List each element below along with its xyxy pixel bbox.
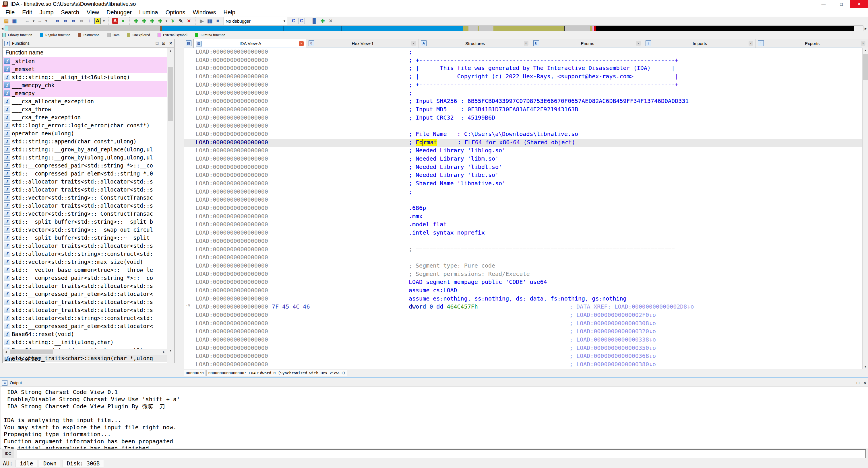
disassembly-line[interactable]: LOAD:0000000000000000; LOAD:000000000000…: [184, 336, 863, 344]
disassembly-line[interactable]: LOAD:0000000000000000;: [184, 188, 863, 196]
menu-search[interactable]: Search: [57, 9, 83, 16]
tab-exports[interactable]: ↑Exports✕: [756, 39, 868, 47]
disassembly-line[interactable]: LOAD:0000000000000000assume es:nothing, …: [184, 295, 863, 303]
disassembly-line[interactable]: LOAD:0000000000000000.686p: [184, 204, 863, 213]
function-row[interactable]: fBase64::reset(void): [3, 330, 167, 338]
function-row[interactable]: f_memcpy: [3, 89, 167, 97]
function-row[interactable]: fstd::allocator_traits<std::allocator<st…: [3, 298, 167, 306]
disassembly-line[interactable]: LOAD:0000000000000000; Input MD5 : 0F3B4…: [184, 106, 863, 114]
delete-function-button[interactable]: ✕: [185, 17, 193, 25]
output-close-icon[interactable]: ✕: [863, 380, 867, 385]
function-row[interactable]: fstd::logic_error::logic_error(char cons…: [3, 121, 167, 129]
debugger-combobox[interactable]: No debugger▼: [224, 17, 288, 25]
tab-close-icon[interactable]: ✕: [749, 41, 753, 45]
disassembly-line[interactable]: LOAD:0000000000000000; LOAD:000000000000…: [184, 320, 863, 328]
navband-segment[interactable]: [5, 26, 8, 31]
function-row[interactable]: fstd::vector<std::string>::__swap_out_ci…: [3, 226, 167, 234]
function-row[interactable]: fstd::allocator_traits<std::allocator<st…: [3, 177, 167, 186]
disassembly-line[interactable]: LOAD:0000000000000000; LOAD:000000000000…: [184, 361, 863, 369]
function-row[interactable]: fstd::allocator<std::string>::construct<…: [3, 250, 167, 258]
tab-structures[interactable]: AStructures✕: [418, 39, 531, 47]
disassembly-line[interactable]: LOAD:0000000000000000; LOAD:000000000000…: [184, 353, 863, 361]
create-function-button[interactable]: ✚: [132, 17, 140, 25]
disassembly-line[interactable]: LOAD:0000000000000000; Input SHA256 : 6B…: [184, 98, 863, 106]
disassembly-line[interactable]: LOAD:0000000000000000; Needed Library 'l…: [184, 147, 863, 155]
process-add-button[interactable]: ✚: [319, 17, 327, 25]
function-row[interactable]: fstd::string::append(char const*,ulong): [3, 137, 167, 145]
disassembly-line[interactable]: LOAD:0000000000000000.mmx: [184, 213, 863, 221]
function-row[interactable]: fstd::__split_buffer<std::string>::__spl…: [3, 218, 167, 226]
xref-comment[interactable]: ; LOAD:00000000000002F0↓o: [569, 311, 656, 318]
menu-lumina[interactable]: Lumina: [135, 9, 162, 16]
debugger-stop-button[interactable]: ■: [214, 17, 222, 25]
menu-windows[interactable]: Windows: [189, 9, 220, 16]
function-row[interactable]: fstd::string::__align_it<16ul>(ulong): [3, 73, 167, 81]
navband-segment[interactable]: [479, 26, 493, 31]
disassembly-line[interactable]: LOAD:0000000000000000; | Copyright (c) 2…: [184, 73, 863, 81]
create-segment-button[interactable]: ✚: [156, 17, 164, 25]
functions-horizontal-scrollbar[interactable]: ◀ ▶: [3, 349, 167, 355]
disassembly-line[interactable]: LOAD:0000000000000000; | This file was g…: [184, 65, 863, 73]
tab-close-icon[interactable]: ✕: [299, 41, 304, 46]
function-row[interactable]: fstd::string::__grow_by_and_replace(ulon…: [3, 145, 167, 154]
function-row[interactable]: fstd::allocator<std::string>::construct<…: [3, 314, 167, 322]
disassembly-line[interactable]: LOAD:0000000000000000; LOAD:000000000000…: [184, 328, 863, 336]
menu-debugger[interactable]: Debugger: [103, 9, 135, 16]
process-kill-button[interactable]: ✕: [327, 17, 334, 25]
close-button[interactable]: ✕: [850, 0, 868, 8]
function-row[interactable]: f___cxa_throw: [3, 105, 167, 113]
function-row[interactable]: fstd::vector<std::string>::_ConstructTra…: [3, 194, 167, 202]
function-row[interactable]: fstd::__compressed_pair_elem<std::alloca…: [3, 322, 167, 330]
function-row[interactable]: fstd::vector<std::string>::max_size(void…: [3, 258, 167, 266]
functions-close-icon[interactable]: ✕: [169, 41, 173, 46]
navband-segment[interactable]: [463, 26, 468, 31]
navband-left-arrow[interactable]: ◀: [0, 27, 5, 30]
function-row[interactable]: fstd::__compressed_pair_elem<std::string…: [3, 169, 167, 177]
navband-segment[interactable]: [594, 26, 596, 31]
function-row[interactable]: f_memset: [3, 65, 167, 73]
open-file-button[interactable]: ▤: [3, 17, 10, 25]
disassembly-line[interactable]: LOAD:0000000000000000LOAD segment mempag…: [184, 278, 863, 287]
disassembly-line[interactable]: LOAD:0000000000000000; Needed Library 'l…: [184, 163, 863, 172]
disassembly-line[interactable]: LOAD:0000000000000000; LOAD:000000000000…: [184, 344, 863, 353]
navband-right-arrow[interactable]: ▶: [863, 27, 868, 30]
create-struct-button[interactable]: ✚: [141, 17, 148, 25]
function-row[interactable]: fstd::allocator_traits<std::allocator<st…: [3, 282, 167, 290]
search-text-button[interactable]: ∞: [62, 17, 69, 25]
search-sequence-button[interactable]: ∞: [70, 17, 77, 25]
function-row[interactable]: fstd::__compressed_pair<std::string *>::…: [3, 162, 167, 169]
function-row[interactable]: fstd::allocator_traits<std::allocator<st…: [3, 306, 167, 314]
menu-help[interactable]: Help: [220, 9, 239, 16]
minimize-button[interactable]: —: [815, 0, 832, 8]
disassembly-vertical-scrollbar[interactable]: ▲ ▼: [862, 47, 868, 369]
tab-imports[interactable]: ↓Imports✕: [643, 39, 756, 47]
function-row[interactable]: fstd::allocator_traits<std::allocator<st…: [3, 242, 167, 250]
scroll-left-icon[interactable]: ◀: [3, 350, 9, 353]
function-row[interactable]: fstd::__compressed_pair<std::string *>::…: [3, 274, 167, 282]
menu-file[interactable]: File: [2, 9, 19, 16]
function-row[interactable]: fstd::allocator_traits<std::allocator<st…: [3, 186, 167, 194]
xref-comment[interactable]: ; LOAD:0000000000000350↓o: [569, 344, 656, 351]
navband-segment[interactable]: [493, 26, 564, 31]
scrollbar-thumb[interactable]: [168, 67, 173, 121]
navigate-forward-dropdown[interactable]: ▼: [44, 17, 48, 25]
lumina-button[interactable]: ●: [119, 17, 127, 25]
tab-close-icon[interactable]: ✕: [411, 41, 416, 45]
detach-process-button[interactable]: C: [298, 17, 305, 25]
disassembly-line[interactable]: LOAD:0000000000000000; Segment permissio…: [184, 270, 863, 279]
disassembly-view[interactable]: LOAD:0000000000000000;LOAD:0000000000000…: [184, 47, 863, 370]
function-row[interactable]: foperator new(ulong): [3, 129, 167, 137]
disassembly-line[interactable]: LOAD:0000000000000000: [184, 122, 863, 131]
navband-segment[interactable]: [596, 26, 854, 31]
disassembly-line[interactable]: LOAD:0000000000000000assume cs:LOAD: [184, 287, 863, 295]
scrollbar-thumb[interactable]: [10, 349, 53, 354]
disassembly-line[interactable]: LOAD:0000000000000000.intel_syntax nopre…: [184, 229, 863, 237]
navband-segments[interactable]: [5, 26, 863, 31]
tab-hex-view-1[interactable]: 0Hex View-1✕: [306, 39, 419, 47]
create-enum-button[interactable]: ✚: [148, 17, 156, 25]
xref-comment[interactable]: ; LOAD:0000000000000320↓o: [569, 328, 656, 335]
output-float-icon[interactable]: ⊡: [857, 380, 860, 385]
functions-vertical-scrollbar[interactable]: ▲ ▼: [167, 48, 174, 354]
function-row[interactable]: fstd::__vector_base_common<true>::__thro…: [3, 266, 167, 274]
maximize-button[interactable]: □: [832, 0, 850, 8]
